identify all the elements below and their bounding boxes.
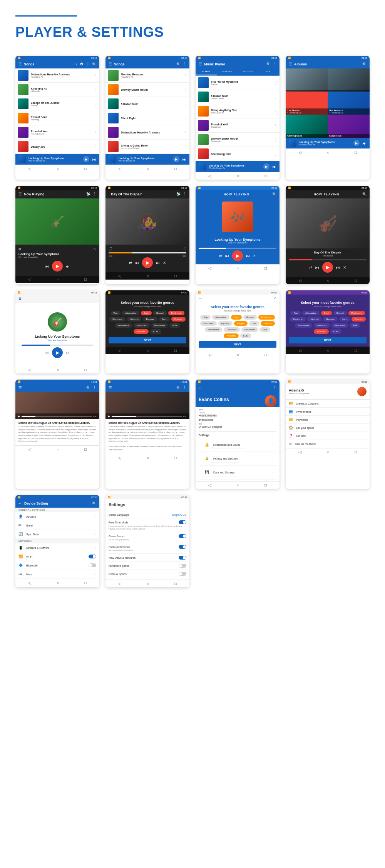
- event-toggle[interactable]: [179, 572, 186, 576]
- person-icon[interactable]: 👤: [85, 62, 90, 66]
- search-icon-v2[interactable]: 🔍: [176, 386, 181, 390]
- fav-icon[interactable]: ♡: [183, 247, 186, 251]
- nav-home-btn[interactable]: ○: [57, 581, 59, 585]
- nav-home-btn[interactable]: ○: [327, 348, 329, 353]
- genre-pop-l[interactable]: Pop: [200, 315, 211, 320]
- nav-recent-btn[interactable]: □: [264, 353, 267, 357]
- shuffle-icon[interactable]: ⇄: [18, 247, 22, 251]
- hamburger-icon-v1[interactable]: ☰: [18, 386, 22, 390]
- cast-icon-2[interactable]: 📡: [176, 192, 181, 196]
- song-item[interactable]: Eternal Soul Morning ⋮: [15, 111, 99, 125]
- mini-play-btn[interactable]: ▶: [353, 140, 360, 146]
- album-tile[interactable]: Suspicious: [328, 115, 370, 138]
- more-icon-v2[interactable]: ⋮: [183, 386, 186, 390]
- hamburger-icon-v2[interactable]: ☰: [109, 386, 112, 390]
- album-tile[interactable]: [328, 68, 370, 92]
- nav-home-btn[interactable]: ○: [237, 174, 239, 178]
- song-item[interactable]: Drowsy Smart Mouth Soupman ⋮: [196, 133, 280, 147]
- prev-btn-2[interactable]: ⏮: [135, 261, 139, 265]
- nav-recent-btn[interactable]: □: [355, 450, 357, 454]
- genre-edm[interactable]: EDM: [150, 329, 161, 334]
- genre-jazz[interactable]: Jazz: [159, 317, 170, 322]
- song-item[interactable]: 5 Dollar Town ⋮: [105, 97, 189, 111]
- nav-back-btn[interactable]: ◁: [118, 581, 121, 586]
- privacy-item[interactable]: 🔒 Privacy and Security ›: [199, 452, 276, 466]
- tab-artists[interactable]: ARTISTS: [238, 68, 259, 75]
- song-item[interactable]: Knocking At dkkkfsdk ⋮: [15, 83, 99, 97]
- nav-recent-btn[interactable]: □: [174, 456, 177, 460]
- nav-back-btn[interactable]: ◁: [118, 348, 121, 353]
- next-btn-1[interactable]: ⏭: [66, 264, 70, 268]
- nav-recent-btn[interactable]: □: [174, 274, 177, 278]
- genre-hardrock[interactable]: Hard rock: [134, 323, 150, 328]
- avatar-menu[interactable]: [357, 387, 367, 396]
- song-item[interactable]: Drowsy Smart Mouth ⋮: [105, 83, 189, 97]
- genre-punkrock-l[interactable]: Punk-rock: [258, 315, 275, 320]
- play-btn-3[interactable]: ▶: [232, 250, 243, 261]
- video-play-btn-2[interactable]: ▶: [108, 415, 110, 418]
- genre-newwave-l[interactable]: New wave: [241, 327, 258, 332]
- deals-toggle[interactable]: [179, 556, 186, 560]
- payments-item[interactable]: 💳 Payments ›: [286, 416, 370, 424]
- play-btn-4[interactable]: ▶: [322, 262, 333, 273]
- genre-pop-p[interactable]: Pop: [290, 311, 301, 315]
- mini-forward-btn[interactable]: ⏭: [92, 157, 96, 162]
- next-btn-genre-light[interactable]: NEXT: [199, 341, 276, 348]
- nav-back-btn[interactable]: ◁: [298, 450, 301, 454]
- shuffle-btn-2[interactable]: ⇄: [129, 261, 132, 265]
- more-icon[interactable]: ⋮: [93, 145, 97, 149]
- nav-recent-btn[interactable]: □: [355, 150, 357, 155]
- genre-soul-l[interactable]: Soul: [231, 315, 242, 320]
- more-icon-np2[interactable]: ⋮: [183, 192, 186, 196]
- event-item[interactable]: Event & Sports: [109, 570, 186, 578]
- nav-recent-btn[interactable]: □: [84, 447, 87, 451]
- song-item[interactable]: Morning Reasons Knocking At ⋮: [105, 68, 189, 83]
- more-icon-np1[interactable]: ⋮: [93, 192, 96, 196]
- back-icon-genre[interactable]: ←: [199, 296, 203, 300]
- nav-home-btn[interactable]: ○: [327, 278, 329, 283]
- search-icon-1[interactable]: 🔍: [92, 62, 96, 66]
- lyrics-icon[interactable]: 🎵: [109, 247, 113, 251]
- next-btn-3[interactable]: ⏭: [246, 254, 250, 258]
- music-icon[interactable]: ♪: [76, 62, 78, 66]
- genre-jazz-p[interactable]: Jazz: [339, 317, 350, 322]
- more-icon[interactable]: ⋮: [93, 88, 97, 92]
- more-icon-v1[interactable]: ⋮: [93, 386, 96, 390]
- language-item[interactable]: Select Language English, US: [109, 511, 186, 518]
- nav-recent-btn[interactable]: □: [355, 278, 357, 283]
- genre-soul-p[interactable]: Soul: [321, 311, 332, 315]
- nav-back-btn[interactable]: ◁: [208, 174, 211, 178]
- nav-recent-btn[interactable]: □: [355, 348, 357, 353]
- genre-edm-l[interactable]: EDM: [240, 333, 251, 338]
- genre-punkrock-p[interactable]: Punk-rock: [348, 311, 365, 315]
- nav-back-btn[interactable]: ◁: [208, 353, 211, 357]
- prev-btn-3[interactable]: ⏮: [225, 254, 229, 258]
- tab-playlists[interactable]: PLA...: [259, 68, 280, 75]
- nav-back-btn[interactable]: ◁: [28, 277, 31, 282]
- next-btn-4[interactable]: ⏭: [336, 265, 340, 270]
- nav-recent-btn[interactable]: □: [84, 581, 87, 585]
- more-icon[interactable]: ⋮: [183, 145, 187, 149]
- repeat-btn-3[interactable]: ✕: [253, 254, 256, 258]
- song-item[interactable]: Distractions Have No Answers ⋮: [105, 125, 189, 140]
- nav-home-btn[interactable]: ○: [57, 167, 59, 171]
- more-icon[interactable]: ⋮: [273, 81, 277, 85]
- nav-recent-btn[interactable]: □: [264, 266, 267, 270]
- shuffle-btn-3[interactable]: ⇄: [219, 254, 222, 258]
- more-icon-2[interactable]: ⋮: [183, 62, 186, 66]
- mini-forward-btn[interactable]: ⏭: [273, 165, 276, 169]
- mini-play-btn[interactable]: ▶: [173, 156, 179, 162]
- nav-home-btn[interactable]: ○: [147, 274, 149, 278]
- nav-recent-btn[interactable]: □: [84, 368, 87, 372]
- numbered-item[interactable]: Numbered phone: [109, 562, 186, 570]
- more-icon[interactable]: ⋮: [93, 73, 97, 78]
- next-btn-genre-dark[interactable]: NEXT: [109, 337, 186, 343]
- genre-newwave-p[interactable]: New wave: [331, 323, 348, 328]
- genre-newwave[interactable]: New wave: [151, 323, 168, 328]
- search-icon-device[interactable]: 🔍: [92, 501, 96, 505]
- nav-recent-btn[interactable]: □: [174, 167, 177, 171]
- back-icon-device[interactable]: ←: [18, 501, 22, 505]
- wifi-toggle[interactable]: [89, 555, 96, 558]
- gear-icon-minimal[interactable]: ⚙: [18, 297, 22, 301]
- mini-forward-btn[interactable]: ⏭: [363, 141, 367, 145]
